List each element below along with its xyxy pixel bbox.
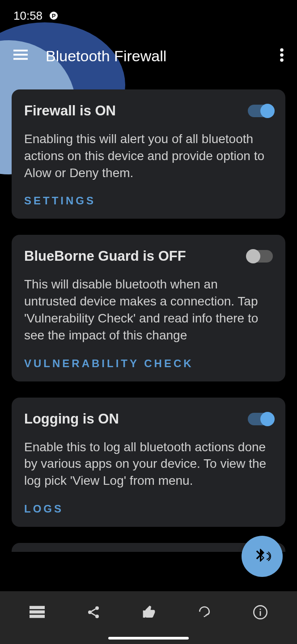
blueborne-toggle[interactable] [248, 250, 273, 263]
svg-point-5 [280, 59, 284, 62]
wifi-icon [259, 9, 272, 23]
nav-like-button[interactable] [136, 599, 162, 627]
alarm-icon [243, 8, 255, 23]
svg-rect-1 [13, 54, 28, 55]
home-indicator[interactable] [108, 637, 189, 640]
app-bar: Bluetooth Firewall [0, 31, 297, 80]
firewall-card-desc: Enabling this will alert you of all blue… [24, 131, 273, 181]
logs-button[interactable]: LOGS [24, 503, 273, 515]
blueborne-card: BlueBorne Guard is OFF This will disable… [12, 235, 285, 381]
svg-point-11 [95, 614, 99, 618]
svg-point-10 [88, 610, 92, 614]
shield-icon [65, 8, 75, 23]
svg-rect-13 [259, 611, 261, 616]
svg-rect-2 [13, 58, 28, 60]
menu-button[interactable] [9, 45, 32, 67]
nav-share-button[interactable] [80, 599, 107, 627]
logging-card: Logging is ON Enable this to log all blu… [12, 398, 285, 527]
blueborne-card-title: BlueBorne Guard is OFF [24, 248, 186, 264]
blueborne-card-desc: This will disable bluetooth when an untr… [24, 276, 273, 343]
nav-info-button[interactable] [247, 599, 274, 627]
nav-help-button[interactable] [191, 599, 218, 627]
svg-rect-7 [30, 610, 45, 614]
bluetooth-scan-fab[interactable] [242, 536, 283, 577]
battery-icon [276, 8, 284, 23]
svg-point-3 [280, 48, 284, 52]
logging-toggle[interactable] [248, 413, 273, 425]
svg-rect-0 [13, 50, 28, 51]
settings-button[interactable]: SETTINGS [24, 195, 273, 207]
bottom-nav [0, 591, 297, 644]
app-title: Bluetooth Firewall [46, 47, 276, 65]
content-area: Firewall is ON Enabling this will alert … [0, 80, 297, 552]
status-time: 10:58 [13, 9, 42, 23]
nav-list-button[interactable] [23, 599, 51, 627]
svg-rect-6 [30, 606, 45, 609]
firewall-toggle[interactable] [248, 105, 273, 117]
firewall-card: Firewall is ON Enabling this will alert … [12, 89, 285, 219]
logging-card-desc: Enable this to log all bluetooth actions… [24, 439, 273, 489]
svg-point-4 [280, 53, 284, 57]
firewall-card-title: Firewall is ON [24, 103, 116, 119]
profile-dot-icon: P [50, 12, 58, 20]
logging-card-title: Logging is ON [24, 411, 119, 427]
vulnerability-check-button[interactable]: VULNERABILITY CHECK [24, 357, 273, 370]
more-button[interactable] [276, 44, 288, 68]
svg-rect-8 [30, 615, 45, 618]
svg-rect-14 [259, 609, 261, 610]
svg-point-9 [95, 606, 99, 610]
